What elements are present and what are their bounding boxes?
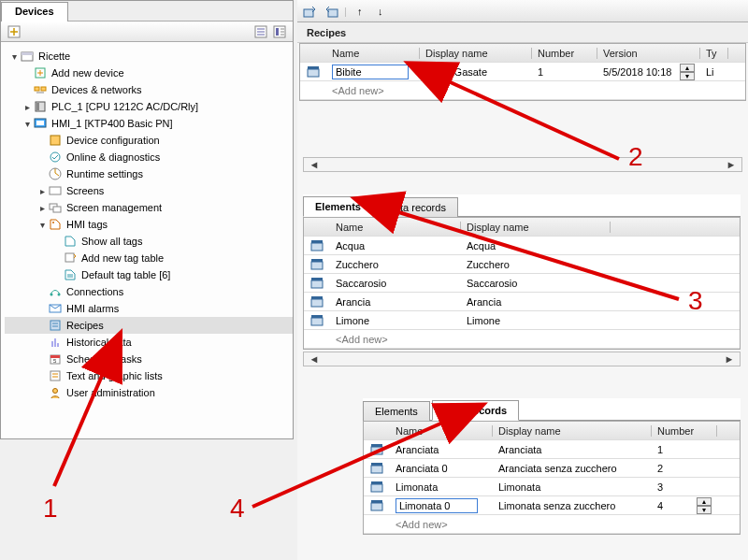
tree-connections[interactable]: Connections (5, 283, 293, 300)
element-row[interactable]: AranciaArancia (304, 293, 740, 311)
tree-label: Add new tag table (81, 252, 164, 264)
element-row-icon (304, 295, 330, 309)
up-arrow-icon[interactable]: ↑ (352, 4, 367, 19)
import-icon[interactable] (303, 4, 318, 19)
col-number[interactable]: Number (532, 48, 597, 59)
subtab-row-elements: Elements Data records (303, 194, 741, 217)
element-display: Arancia (461, 296, 611, 308)
tree-user-admin[interactable]: User administration (5, 384, 293, 401)
scroll-left-icon[interactable]: ◄ (308, 159, 321, 170)
col-display[interactable]: Display name (493, 425, 652, 437)
scrollbar-stub[interactable]: ◄ ► (303, 352, 741, 366)
tab-data-records[interactable]: Data records (375, 197, 458, 217)
svg-rect-52 (371, 481, 382, 484)
tree-add-device[interactable]: Add new device (5, 65, 293, 81)
tab-devices[interactable]: Devices (1, 2, 68, 22)
tree-devices-networks[interactable]: Devices & networks (5, 81, 293, 98)
datarecord-add-new[interactable]: <Add new> (364, 515, 740, 534)
svg-point-32 (53, 389, 58, 394)
datarecord-number: 3 (657, 481, 663, 493)
element-add-new[interactable]: <Add new> (304, 330, 740, 349)
tree-hmi-alarms[interactable]: HMI alarms (5, 300, 293, 317)
col-name[interactable]: Name (330, 222, 461, 233)
number-spinner[interactable]: ▴▾ (697, 497, 712, 514)
datarecord-row-icon (364, 481, 390, 494)
scroll-right-icon[interactable]: ► (723, 353, 736, 365)
tab-elements[interactable]: Elements (303, 196, 373, 217)
tree-show-all-tags[interactable]: Show all tags (5, 233, 293, 250)
tree-recipes[interactable]: Recipes (5, 317, 293, 334)
collapse-icon[interactable]: ▾ (36, 220, 48, 230)
tab-data-records-2[interactable]: Data records (432, 400, 519, 421)
tree-screens[interactable]: ▸Screens (5, 182, 293, 199)
datarecord-row-icon (364, 443, 390, 456)
tree-root[interactable]: ▾ Ricette (5, 48, 293, 65)
tree-label: User administration (66, 387, 155, 398)
tree-plc[interactable]: ▸ PLC_1 [CPU 1212C AC/DC/Rly] (5, 98, 293, 115)
col-ty[interactable]: Ty (700, 48, 728, 59)
datarecord-row[interactable]: LimonataLimonata3 (364, 478, 740, 496)
svg-point-22 (58, 294, 61, 296)
recipes-icon (48, 318, 63, 333)
svg-rect-37 (311, 243, 323, 251)
version-spinner[interactable]: ▴▾ (680, 64, 695, 80)
expand-icon[interactable]: ▸ (36, 203, 48, 213)
col-display[interactable]: Display name (461, 222, 611, 233)
scroll-right-icon[interactable]: ► (725, 159, 738, 170)
tree-hmi[interactable]: ▾ HMI_1 [KTP400 Basic PN] (5, 115, 293, 132)
tree-label: Recipes (66, 320, 104, 331)
element-display: Zucchero (461, 259, 611, 270)
datarecord-display: Aranciata (493, 444, 652, 455)
new-icon[interactable] (7, 24, 22, 39)
collapse-icon[interactable]: ▾ (22, 119, 33, 129)
recipe-row[interactable]: Bibite Gasate 1 5/5/2018 10:18 ▴▾ Li (300, 63, 745, 81)
datarecord-row[interactable]: Limonata senza zucchero4▴▾ (364, 496, 740, 515)
tree-label: Screens (66, 185, 104, 196)
expand-icon[interactable]: ▸ (22, 102, 33, 112)
col-version[interactable]: Version (597, 48, 700, 59)
export-icon[interactable] (324, 4, 338, 19)
svg-rect-27 (57, 343, 59, 347)
tree-text-graphic[interactable]: Text and graphic lists (5, 367, 293, 384)
tree-default-tag-table[interactable]: Default tag table [6] (5, 266, 293, 283)
devices-networks-icon (33, 82, 48, 97)
col-name[interactable]: Name (390, 425, 493, 437)
col-number[interactable]: Number (652, 425, 717, 437)
add-tag-icon (63, 251, 78, 266)
tree-historical[interactable]: Historical data (5, 334, 293, 351)
element-row[interactable]: LimoneLimone (304, 311, 740, 330)
element-row[interactable]: ZuccheroZucchero (304, 255, 740, 274)
element-row[interactable]: AcquaAcqua (304, 237, 740, 255)
datarecord-row[interactable]: AranciataAranciata1 (364, 440, 740, 459)
tree-scheduled[interactable]: 5Scheduled tasks (5, 351, 293, 367)
tab-elements-2[interactable]: Elements (363, 401, 430, 421)
datarecord-row[interactable]: Aranciata 0Aranciata senza zucchero2 (364, 459, 740, 478)
expand-icon[interactable]: ▸ (36, 186, 48, 196)
tree-add-tag-table[interactable]: Add new tag table (5, 250, 293, 266)
list-view-icon[interactable] (253, 24, 268, 39)
tree-label: Historical data (66, 337, 132, 348)
tree-screen-mgmt[interactable]: ▸Screen management (5, 199, 293, 216)
tree-label: Runtime settings (66, 168, 143, 179)
scrollbar-stub[interactable]: ◄ ► (303, 157, 742, 172)
tree-device-config[interactable]: Device configuration (5, 132, 293, 149)
datarecord-name-input[interactable] (396, 498, 478, 513)
svg-point-14 (50, 152, 60, 162)
element-display: Saccarosio (461, 278, 611, 289)
element-row[interactable]: SaccarosioSaccarosio (304, 274, 740, 293)
svg-rect-40 (311, 259, 323, 262)
col-display[interactable]: Display name (420, 48, 532, 59)
scroll-left-icon[interactable]: ◄ (308, 353, 321, 365)
element-name: Acqua (330, 240, 461, 251)
recipe-name-input[interactable] (332, 65, 409, 79)
tree-runtime[interactable]: Runtime settings (5, 165, 293, 182)
tree-hmi-tags[interactable]: ▾HMI tags (5, 216, 293, 233)
detail-view-icon[interactable] (272, 24, 287, 39)
recipe-add-new[interactable]: <Add new> (300, 81, 745, 100)
datarecord-number: 1 (657, 444, 663, 455)
col-name[interactable]: Name (326, 48, 420, 59)
tree-label: HMI tags (66, 219, 108, 230)
down-arrow-icon[interactable]: ↓ (373, 4, 388, 19)
collapse-icon[interactable]: ▾ (8, 51, 20, 62)
tree-online-diag[interactable]: Online & diagnostics (5, 149, 293, 165)
